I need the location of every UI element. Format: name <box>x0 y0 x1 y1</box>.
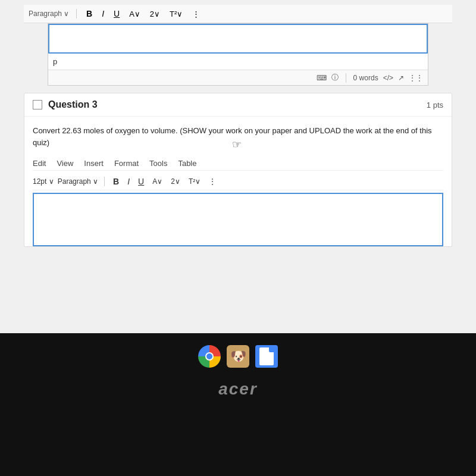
question-checkbox[interactable] <box>33 100 42 109</box>
question-title: Question 3 <box>48 99 98 110</box>
q3-answer-box[interactable] <box>33 193 443 246</box>
editor-toolbar-3: 12pt ∨ Paragraph ∨ B I U A∨ 2∨ T²∨ ⋮ <box>33 173 443 190</box>
question-header-3: Question 3 1 pts <box>24 93 452 117</box>
menu-edit[interactable]: Edit <box>33 159 46 168</box>
q3-superscript-button[interactable]: T²∨ <box>186 176 203 187</box>
paragraph-chevron: ∨ <box>64 10 69 18</box>
docs-icon[interactable] <box>255 345 278 368</box>
menu-view[interactable]: View <box>57 159 73 168</box>
grip-icon: ⋮⋮ <box>409 74 423 82</box>
font-size-select[interactable]: 12pt ∨ <box>33 177 54 186</box>
top-editor-wrapper: Paragraph ∨ B I U A∨ 2∨ T²∨ ⋮ p ⌨ ⓘ <box>0 0 476 86</box>
acer-logo: acer <box>218 380 258 399</box>
word-count: 0 words <box>353 74 378 82</box>
q3-highlight-button[interactable]: 2∨ <box>168 176 183 187</box>
question-body-3: Convert 22.63 moles of oxygen to volume.… <box>24 117 452 246</box>
top-editor-area: p ⌨ ⓘ 0 words </> ↗ ⋮⋮ <box>48 23 428 86</box>
expand-icon[interactable]: ⓘ <box>331 73 339 83</box>
taskbar: 🐶 acer <box>0 333 476 476</box>
q3-italic-button[interactable]: I <box>125 176 132 187</box>
taskbar-icons: 🐶 <box>198 345 278 368</box>
paragraph-style-select[interactable]: Paragraph ∨ <box>58 177 98 186</box>
shibe-icon[interactable]: 🐶 <box>227 345 249 368</box>
paragraph-label: Paragraph <box>29 10 62 18</box>
bold-button[interactable]: B <box>84 8 95 20</box>
cursor-hand: ☞ <box>232 138 242 151</box>
more-options-button[interactable]: ⋮ <box>190 8 202 20</box>
chrome-inner <box>205 352 214 361</box>
q3-more-options-button[interactable]: ⋮ <box>206 176 218 187</box>
top-text-area[interactable] <box>48 24 428 54</box>
highlight-button[interactable]: 2∨ <box>148 8 162 20</box>
q3-font-color-button[interactable]: A∨ <box>150 176 165 187</box>
menu-table[interactable]: Table <box>178 159 196 168</box>
menu-insert[interactable]: Insert <box>84 159 104 168</box>
question-pts: 1 pts <box>427 101 443 109</box>
q3-bold-button[interactable]: B <box>111 176 121 187</box>
menu-tools[interactable]: Tools <box>149 159 167 168</box>
editor-menu: Edit View Insert Format Tools Table <box>33 156 443 171</box>
chrome-icon[interactable] <box>198 345 221 368</box>
screen-content: Paragraph ∨ B I U A∨ 2∨ T²∨ ⋮ p ⌨ ⓘ <box>0 0 476 333</box>
toolbar-divider-1 <box>76 9 77 18</box>
paragraph-select[interactable]: Paragraph ∨ <box>29 10 69 18</box>
code-button[interactable]: </> <box>383 74 393 82</box>
superscript-button[interactable]: T²∨ <box>167 8 185 20</box>
expand-button[interactable]: ↗ <box>398 74 404 82</box>
p-label: p <box>48 54 428 70</box>
bottom-divider <box>346 73 346 83</box>
toolbar-divider-2 <box>104 177 105 186</box>
font-color-button[interactable]: A∨ <box>127 8 143 20</box>
question-block-3: Question 3 1 pts Convert 22.63 moles of … <box>24 93 452 247</box>
menu-format[interactable]: Format <box>114 159 139 168</box>
top-toolbar-row: Paragraph ∨ B I U A∨ 2∨ T²∨ ⋮ <box>24 5 452 23</box>
keyboard-icon: ⌨ <box>317 74 327 82</box>
italic-button[interactable]: I <box>99 8 107 20</box>
docs-icon-inner <box>259 347 274 365</box>
question-title-area: Question 3 <box>33 99 98 110</box>
underline-button[interactable]: U <box>111 8 122 20</box>
bottom-bar: ⌨ ⓘ 0 words </> ↗ ⋮⋮ <box>48 70 428 85</box>
q3-underline-button[interactable]: U <box>136 176 146 187</box>
